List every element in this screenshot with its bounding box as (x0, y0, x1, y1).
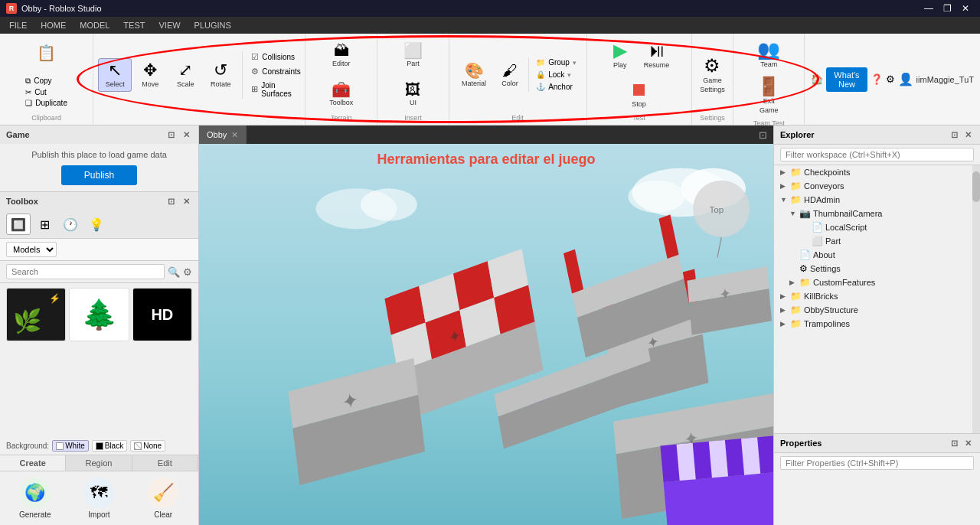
anchor-button[interactable]: ⚓ Anchor (534, 82, 579, 92)
toolbox-item-tree[interactable]: 🌲 (69, 288, 129, 341)
close-button[interactable]: ✕ (957, 0, 974, 17)
duplicate-button[interactable]: ❑ Duplicate (23, 98, 70, 108)
menu-view[interactable]: VIEW (152, 19, 186, 31)
tree-item-conveyors[interactable]: ▶ 📁 Conveyors (774, 179, 980, 193)
whats-new-button[interactable]: What's New (826, 67, 867, 92)
paste-button[interactable]: 📋 (24, 41, 70, 64)
copy-button[interactable]: ⧉ Copy (23, 76, 70, 86)
toolbox-button[interactable]: 🧰 Toolbox (324, 78, 358, 110)
tree-item-thumbnailcamera[interactable]: ▼ 📷 ThumbnailCamera (774, 207, 980, 220)
home-icon[interactable]: 🏠 (811, 73, 823, 85)
tree-item-part[interactable]: ▶ ⬜ Part (774, 234, 980, 248)
menu-file[interactable]: FILE (3, 19, 33, 31)
toolbox-item-plant[interactable]: 🌿 ⚡ (6, 288, 66, 341)
move-button[interactable]: ✥ Move (133, 58, 167, 92)
clear-action[interactable]: 🧹 Clear (134, 478, 192, 519)
menu-test[interactable]: TEST (117, 19, 151, 31)
viewport-tab-close[interactable]: ✕ (231, 130, 238, 140)
tree-item-customfeatures[interactable]: ▶ 📁 CustomFeatures (774, 276, 980, 289)
scrollbar-thumb[interactable] (972, 171, 980, 202)
explorer-expand[interactable]: ⊡ (948, 129, 960, 141)
toolbox-grid: 🌿 ⚡ 🌲 HD (0, 283, 198, 437)
bg-white-option[interactable]: White (52, 440, 89, 452)
exit-game-button[interactable]: 🚪 Exit Game (752, 73, 786, 118)
toolbox-tab-grid[interactable]: ⊞ (32, 214, 57, 235)
material-icon: 🎨 (465, 63, 484, 78)
terrain-tab-create[interactable]: Create (0, 455, 66, 471)
tree-item-about[interactable]: ▶ 📄 About (774, 248, 980, 262)
menu-plugins[interactable]: PLUGINS (188, 19, 237, 31)
viewport-expand-icon[interactable]: ⊡ (759, 129, 767, 141)
bg-black-option[interactable]: Black (92, 440, 127, 452)
color-button[interactable]: 🖌 Color (493, 59, 527, 91)
generate-action[interactable]: 🌍 Generate (6, 478, 64, 519)
properties-close[interactable]: ✕ (962, 437, 974, 449)
tree-label-obbystructure: ObbyStructure (804, 305, 858, 315)
play-button[interactable]: ▶ Play (603, 38, 637, 73)
menu-home[interactable]: HOME (34, 19, 72, 31)
toolbar-clipboard-section: 📋 ⧉ Copy ✂ Cut ❑ Duplicate Clipboard (0, 34, 93, 125)
toolbox-tab-recent[interactable]: 🕐 (58, 214, 83, 235)
game-panel-expand[interactable]: ⊡ (165, 129, 177, 141)
ui-button[interactable]: 🖼 UI (396, 78, 430, 110)
explorer-controls: ⊡ ✕ (948, 129, 974, 141)
toolbox-tab-models[interactable]: 🔲 (6, 214, 31, 235)
toolbox-close[interactable]: ✕ (180, 195, 192, 207)
tree-item-killbricks[interactable]: ▶ 📁 KillBricks (774, 289, 980, 303)
script-icon: 📄 (812, 222, 823, 233)
stop-button[interactable]: ⏹ Stop (622, 77, 656, 112)
explorer-search-input[interactable] (780, 148, 974, 161)
team-button[interactable]: 👥 Team (752, 37, 786, 72)
game-panel-close[interactable]: ✕ (180, 129, 192, 141)
rotate-button[interactable]: ↺ Rotate (204, 58, 237, 92)
game-settings-button[interactable]: ⚙ Game Settings (695, 53, 729, 97)
filter-icon[interactable]: ⚙ (183, 266, 192, 278)
settings-account-icon[interactable]: ⚙ (886, 73, 895, 85)
join-surfaces-button[interactable]: ⊞ Join Surfaces (249, 80, 303, 99)
maximize-button[interactable]: ❐ (939, 0, 956, 17)
terrain-tab-edit[interactable]: Edit (132, 455, 198, 471)
search-input[interactable] (6, 264, 165, 279)
properties-header: Properties ⊡ ✕ (774, 434, 980, 453)
svg-text:✦: ✦ (718, 285, 732, 303)
tree-label-localscript: LocalScript (825, 223, 867, 232)
tree-item-hdadmin[interactable]: ▼ 📁 HDAdmin (774, 193, 980, 207)
select-button[interactable]: ↖ Select (98, 58, 132, 92)
folder-icon: 📁 (790, 181, 802, 191)
toolbox-tab-favorites[interactable]: 💡 (84, 214, 109, 235)
tree-item-settings[interactable]: ▶ ⚙ Settings (774, 262, 980, 276)
toolbar-test-section: ▶ Play ⏯ Resume ⏹ Stop Test (587, 34, 692, 125)
viewport-tab-obby[interactable]: Obby ✕ (199, 126, 247, 144)
cut-button[interactable]: ✂ Cut (23, 87, 70, 97)
editor-button[interactable]: 🏔 Editor (325, 39, 358, 71)
collisions-button[interactable]: ☑ Collisions (249, 51, 303, 63)
explorer-scrollbar[interactable] (972, 165, 980, 433)
bg-none-option[interactable]: None (130, 440, 165, 452)
models-select[interactable]: Models (6, 242, 57, 257)
part-button[interactable]: ⬜ Part (396, 39, 430, 71)
properties-search-input[interactable] (780, 456, 974, 470)
constraints-button[interactable]: ⚙ Constraints (249, 66, 303, 77)
lock-button[interactable]: 🔒 Lock ▾ (534, 70, 579, 80)
toolbox-item-hd[interactable]: HD (132, 288, 192, 341)
clipboard-label: Clipboard (5, 112, 88, 122)
material-button[interactable]: 🎨 Material (456, 59, 492, 91)
scale-button[interactable]: ⤢ Scale (168, 58, 202, 92)
menu-model[interactable]: MODEL (74, 19, 116, 31)
terrain-tab-region[interactable]: Region (66, 455, 132, 471)
tree-item-localscript[interactable]: ▶ 📄 LocalScript (774, 220, 980, 234)
exit-game-icon: 🚪 (757, 77, 780, 96)
resume-button[interactable]: ⏯ Resume (639, 38, 675, 73)
properties-expand[interactable]: ⊡ (948, 437, 960, 449)
publish-button[interactable]: Publish (61, 165, 137, 185)
tree-item-checkpoints[interactable]: ▶ 📁 Checkpoints (774, 165, 980, 179)
help-icon[interactable]: ❓ (871, 73, 883, 85)
toolbox-expand[interactable]: ⊡ (165, 195, 177, 207)
import-action[interactable]: 🗺 Import (70, 478, 129, 519)
group-button[interactable]: 📁 Group ▾ (534, 57, 579, 67)
explorer-close[interactable]: ✕ (962, 129, 974, 141)
tree-item-obbystructure[interactable]: ▶ 📁 ObbyStructure (774, 303, 980, 317)
tree-item-trampolines[interactable]: ▶ 📁 Trampolines (774, 317, 980, 331)
tree-label-about: About (813, 250, 835, 259)
minimize-button[interactable]: — (920, 0, 937, 17)
